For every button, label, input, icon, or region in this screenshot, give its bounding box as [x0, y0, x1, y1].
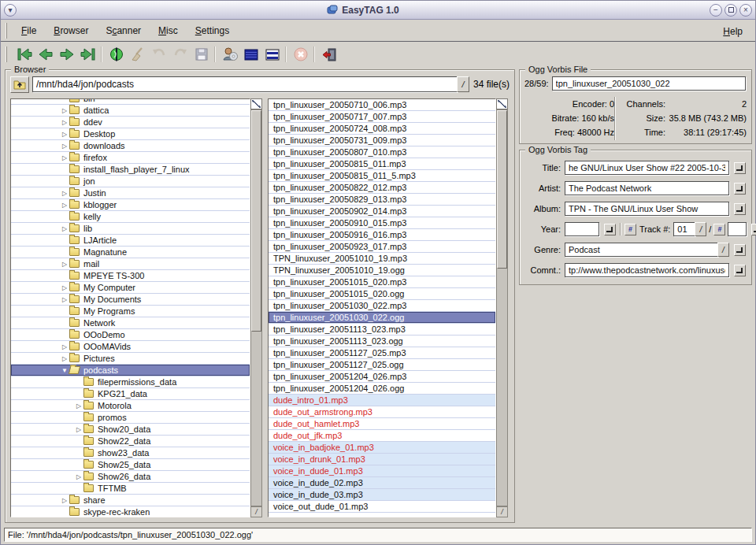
menu-item[interactable]: Settings: [187, 22, 237, 39]
expander-icon[interactable]: [60, 342, 69, 352]
genre-dropdown-button[interactable]: [717, 243, 729, 257]
invert-selection-button[interactable]: [261, 44, 283, 65]
tree-item[interactable]: promos: [11, 412, 250, 424]
tree-item[interactable]: dattica: [11, 105, 250, 117]
undo-button[interactable]: [148, 44, 169, 65]
file-row[interactable]: tpn_linuxuser_20050815_011.mp3: [269, 158, 495, 170]
redo-button[interactable]: [169, 44, 191, 65]
path-dropdown-button[interactable]: [457, 76, 469, 92]
track-sequence-button[interactable]: #: [624, 224, 636, 235]
file-row[interactable]: tpn_linuxuser_20051015_020.mp3: [269, 276, 495, 288]
tree-item[interactable]: My Computer: [11, 282, 250, 294]
menubar-drag-handle[interactable]: [6, 23, 9, 39]
tree-item[interactable]: kblogger: [11, 199, 250, 211]
tree-item[interactable]: KPG21_data: [11, 388, 250, 400]
tree-scrollbar-trough[interactable]: [250, 109, 262, 506]
file-row[interactable]: tpn_linuxuser_20051127_025.ogg: [269, 359, 495, 371]
path-input[interactable]: [32, 76, 458, 92]
file-row[interactable]: tpn_linuxuser_20050807_010.mp3: [269, 146, 495, 158]
minimize-button[interactable]: −: [710, 4, 722, 17]
tree-item[interactable]: jon: [11, 176, 250, 187]
filename-input[interactable]: [552, 76, 746, 91]
previous-file-button[interactable]: [35, 44, 56, 65]
file-row[interactable]: dude_out_armstrong.mp3: [269, 406, 495, 418]
file-row[interactable]: tpn_linuxuser_20051113_023.mp3: [269, 324, 495, 336]
track-input[interactable]: [673, 222, 695, 236]
file-row[interactable]: voice_in_dude_03.mp3: [269, 489, 495, 501]
file-row[interactable]: tpn_linuxuser_20050902_014.mp3: [269, 206, 495, 217]
tree-item[interactable]: Motorola: [11, 400, 250, 412]
file-row[interactable]: dude_out_jfk.mp3: [269, 430, 495, 442]
expander-icon[interactable]: [60, 153, 69, 163]
menu-item[interactable]: Browser: [46, 22, 96, 39]
save-files-button[interactable]: [191, 44, 212, 65]
tree-item[interactable]: downloads: [11, 140, 250, 152]
file-row[interactable]: tpn_linuxuser_20051127_025.mp3: [269, 347, 495, 359]
menu-item[interactable]: Scanner: [98, 22, 149, 39]
file-row[interactable]: voice_in_dude_01.mp3: [269, 465, 495, 477]
file-row[interactable]: tpn_linuxuser_20051030_022.ogg: [269, 312, 495, 324]
tree-item[interactable]: skype-rec-kraken: [11, 506, 250, 517]
remove-tags-button[interactable]: [127, 44, 148, 65]
file-row[interactable]: tpn_linuxuser_20050717_007.mp3: [269, 111, 495, 123]
expander-icon[interactable]: [60, 495, 69, 506]
tag-track-all-button[interactable]: [751, 224, 756, 235]
expander-icon[interactable]: [60, 283, 69, 293]
tree-item[interactable]: filepermissions_data: [11, 376, 250, 388]
expander-icon[interactable]: [60, 129, 69, 139]
next-file-button[interactable]: [56, 44, 77, 65]
tag-comment-all-button[interactable]: [734, 265, 746, 276]
file-row[interactable]: TPN_linuxuser_20051010_19.ogg: [269, 265, 495, 276]
file-row[interactable]: dude_out_hamlet.mp3: [269, 418, 495, 430]
expander-icon[interactable]: [60, 200, 69, 210]
tree-item[interactable]: TFTMB: [11, 483, 250, 495]
expander-icon[interactable]: [60, 117, 69, 128]
tree-item[interactable]: lib: [11, 223, 250, 235]
expander-icon[interactable]: [60, 354, 69, 364]
album-input[interactable]: [565, 202, 729, 216]
tree-item[interactable]: ddev: [11, 117, 250, 128]
tree-item[interactable]: show23_data: [11, 447, 250, 459]
tag-genre-all-button[interactable]: [734, 244, 746, 256]
file-row[interactable]: tpn_linuxuser_20050731_009.mp3: [269, 135, 495, 146]
tree-item[interactable]: mail: [11, 258, 250, 270]
file-row[interactable]: voice_in_badjoke_01.mp3: [269, 442, 495, 454]
quit-button[interactable]: [318, 44, 339, 65]
menu-item[interactable]: File: [13, 22, 44, 39]
comment-input[interactable]: [565, 263, 729, 277]
file-row[interactable]: voice_in_drunk_01.mp3: [269, 454, 495, 465]
tree-scrollbar[interactable]: /: [250, 98, 262, 517]
parent-directory-button[interactable]: [10, 76, 29, 93]
file-row[interactable]: tpn_linuxuser_20051030_022.mp3: [269, 300, 495, 312]
tree-item[interactable]: kelly: [11, 211, 250, 223]
track-dropdown-button[interactable]: [695, 222, 706, 236]
year-input[interactable]: [565, 222, 599, 236]
file-row[interactable]: dude_intro_01.mp3: [269, 395, 495, 406]
tree-item[interactable]: podcasts: [11, 365, 250, 376]
expander-icon[interactable]: [60, 141, 69, 151]
file-row[interactable]: tpn_linuxuser_20051113_023.ogg: [269, 336, 495, 347]
tree-item[interactable]: Pictures: [11, 353, 250, 365]
file-row[interactable]: tpn_linuxuser_20050910_015.mp3: [269, 217, 495, 229]
expander-icon[interactable]: [60, 295, 69, 305]
track-total-sequence-button[interactable]: #: [713, 224, 725, 235]
track-total-input[interactable]: [728, 222, 747, 236]
tag-title-all-button[interactable]: [734, 162, 746, 174]
menu-item[interactable]: Misc: [150, 22, 186, 39]
file-row[interactable]: tpn_linuxuser_20050822_012.mp3: [269, 182, 495, 194]
file-row[interactable]: tpn_linuxuser_20050916_016.mp3: [269, 229, 495, 241]
tag-album-all-button[interactable]: [734, 203, 746, 215]
artist-album-view-button[interactable]: [219, 44, 240, 65]
title-input[interactable]: [565, 161, 729, 175]
expander-icon[interactable]: [60, 259, 69, 269]
tree-item[interactable]: Justin: [11, 187, 250, 199]
expander-icon[interactable]: [60, 106, 69, 116]
file-row[interactable]: tpn_linuxuser_20050710_006.mp3: [269, 99, 495, 111]
file-row[interactable]: voice_out_dude_01.mp3: [269, 501, 495, 513]
expander-icon[interactable]: [74, 472, 83, 482]
file-scrollbar-thumb[interactable]: [497, 110, 507, 269]
stop-button[interactable]: [290, 44, 311, 65]
tree-item[interactable]: bin: [11, 99, 250, 105]
scan-files-button[interactable]: [106, 44, 127, 65]
select-all-files-button[interactable]: [240, 44, 261, 65]
